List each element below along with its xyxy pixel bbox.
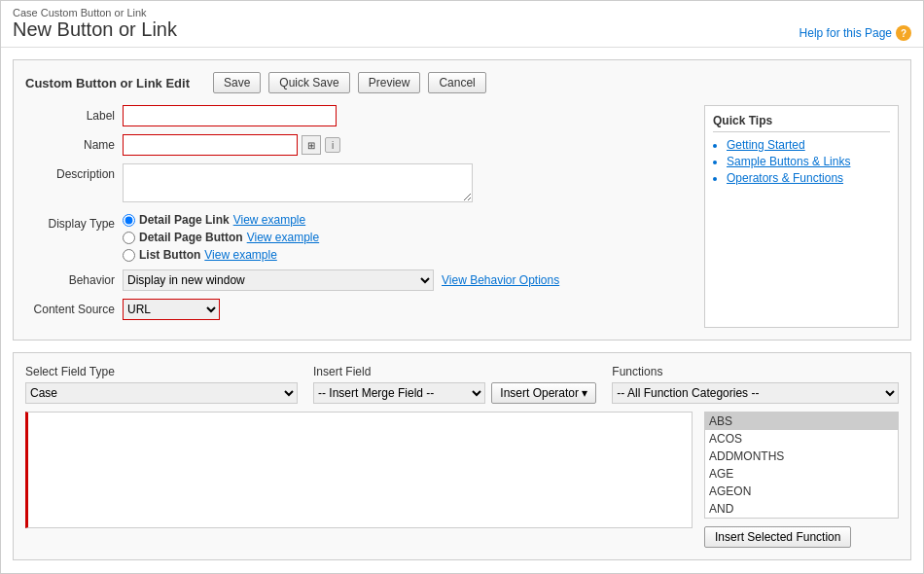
generate-name-icon[interactable]: ⊞	[302, 135, 321, 155]
getting-started-link[interactable]: Getting Started	[727, 138, 805, 152]
page-wrapper: Case Custom Button or Link New Button or…	[0, 0, 924, 574]
radio-detail-page-link: Detail Page Link View example	[123, 213, 689, 227]
bottom-main-area: ABS ACOS ADDMONTHS AGE AGEON AND Insert …	[25, 412, 899, 548]
behavior-select[interactable]: Display in new window Display in existin…	[123, 269, 434, 291]
radio-list-button-input[interactable]	[123, 249, 135, 262]
label-control	[123, 105, 689, 126]
view-behavior-options-link[interactable]: View Behavior Options	[442, 273, 559, 287]
operators-functions-link[interactable]: Operators & Functions	[727, 171, 843, 185]
breadcrumb: Case Custom Button or Link	[13, 7, 177, 18]
insert-selected-function-button[interactable]: Insert Selected Function	[704, 526, 851, 548]
behavior-control: Display in new window Display in existin…	[123, 269, 689, 291]
functions-list-item-addmonths[interactable]: ADDMONTHS	[705, 448, 898, 465]
insert-field-wrapper: -- Insert Merge Field -- Insert Operator…	[313, 382, 596, 404]
quick-tips-item-0: Getting Started	[727, 138, 890, 152]
quick-save-button[interactable]: Quick Save	[268, 72, 349, 93]
display-type-label: Display Type	[25, 213, 123, 231]
label-row: Label	[25, 105, 689, 126]
functions-list[interactable]: ABS ACOS ADDMONTHS AGE AGEON AND	[704, 412, 899, 519]
radio-detail-page-button-input[interactable]	[123, 232, 135, 244]
cancel-button[interactable]: Cancel	[428, 72, 485, 93]
quick-tips-item-2: Operators & Functions	[727, 171, 890, 185]
label-field-label: Label	[25, 105, 123, 123]
radio-detail-page-link-input[interactable]	[123, 214, 135, 227]
description-field-label: Description	[25, 163, 123, 181]
quick-tips-box: Quick Tips Getting Started Sample Button…	[704, 105, 899, 328]
field-type-select[interactable]: Case Case Owner Case Contact Case Accoun…	[25, 382, 298, 404]
name-control: ⊞ i	[123, 134, 689, 156]
quick-tips-title: Quick Tips	[713, 114, 890, 132]
main-content: Custom Button or Link Edit Save Quick Sa…	[1, 48, 923, 572]
bottom-section: Select Field Type Case Case Owner Case C…	[13, 352, 911, 560]
sample-buttons-link[interactable]: Sample Buttons & Links	[727, 155, 850, 168]
bottom-header: Select Field Type Case Case Owner Case C…	[25, 365, 899, 404]
form-panel: Custom Button or Link Edit Save Quick Sa…	[13, 59, 911, 341]
name-input[interactable]	[123, 134, 298, 156]
insert-field-select[interactable]: -- Insert Merge Field --	[313, 382, 485, 404]
select-field-type-label: Select Field Type	[25, 365, 298, 378]
info-icon[interactable]: i	[325, 137, 340, 153]
formula-textarea[interactable]	[25, 412, 693, 528]
name-row: Name ⊞ i	[25, 134, 689, 156]
panel-header: Custom Button or Link Edit Save Quick Sa…	[25, 72, 899, 93]
formula-area	[25, 412, 693, 548]
radio-list-button: List Button View example	[123, 248, 689, 262]
field-type-col: Select Field Type Case Case Owner Case C…	[25, 365, 298, 404]
page-header: Case Custom Button or Link New Button or…	[1, 1, 923, 48]
name-field-label: Name	[25, 134, 123, 152]
form-body: Label Name ⊞ i	[25, 105, 899, 328]
form-fields: Label Name ⊞ i	[25, 105, 689, 328]
save-button[interactable]: Save	[213, 72, 261, 93]
behavior-label: Behavior	[25, 269, 123, 287]
help-link-container[interactable]: Help for this Page ?	[800, 25, 911, 41]
behavior-row: Behavior Display in new window Display i…	[25, 269, 689, 291]
insert-field-col: Insert Field -- Insert Merge Field -- In…	[313, 365, 596, 404]
panel-title: Custom Button or Link Edit	[25, 76, 190, 90]
insert-operator-button[interactable]: Insert Operator ▾	[491, 382, 596, 404]
functions-list-item-and[interactable]: AND	[705, 500, 898, 518]
detail-page-link-example[interactable]: View example	[233, 213, 305, 227]
label-input[interactable]	[123, 105, 337, 126]
functions-list-item-age[interactable]: AGE	[705, 465, 898, 483]
behavior-row-inner: Display in new window Display in existin…	[123, 269, 689, 291]
functions-col: Functions -- All Function Categories -- …	[612, 365, 899, 404]
description-input[interactable]	[123, 163, 473, 202]
display-type-control: Detail Page Link View example Detail Pag…	[123, 213, 689, 262]
radio-list-button-label: List Button	[139, 248, 200, 262]
functions-list-item-ageon[interactable]: AGEON	[705, 483, 898, 500]
functions-list-item-abs[interactable]: ABS	[705, 413, 898, 430]
content-source-label: Content Source	[25, 299, 123, 316]
help-icon: ?	[896, 25, 911, 41]
insert-field-label: Insert Field	[313, 365, 596, 378]
radio-detail-page-button: Detail Page Button View example	[123, 231, 689, 244]
content-source-control: URL Visualforce Page S-Control	[123, 299, 689, 320]
name-input-wrapper: ⊞ i	[123, 134, 689, 156]
help-link[interactable]: Help for this Page	[800, 26, 892, 40]
quick-tips-item-1: Sample Buttons & Links	[727, 155, 890, 168]
description-row: Description	[25, 163, 689, 205]
display-type-radio-group: Detail Page Link View example Detail Pag…	[123, 213, 689, 262]
functions-category-select[interactable]: -- All Function Categories -- Text Funct…	[612, 382, 899, 404]
content-source-row: Content Source URL Visualforce Page S-Co…	[25, 299, 689, 320]
list-button-example[interactable]: View example	[204, 248, 276, 262]
detail-page-button-example[interactable]: View example	[247, 231, 319, 244]
description-control	[123, 163, 689, 205]
radio-detail-page-button-label: Detail Page Button	[139, 231, 243, 244]
preview-button[interactable]: Preview	[358, 72, 421, 93]
display-type-row: Display Type Detail Page Link View examp…	[25, 213, 689, 262]
radio-detail-page-link-label: Detail Page Link	[139, 213, 230, 227]
content-source-select[interactable]: URL Visualforce Page S-Control	[123, 299, 220, 320]
page-title: New Button or Link	[13, 18, 177, 41]
quick-tips-list: Getting Started Sample Buttons & Links O…	[713, 138, 890, 185]
insert-operator-chevron: ▾	[582, 386, 587, 400]
functions-label: Functions	[612, 365, 899, 378]
breadcrumb-area: Case Custom Button or Link New Button or…	[13, 7, 177, 41]
functions-area: ABS ACOS ADDMONTHS AGE AGEON AND Insert …	[704, 412, 899, 548]
functions-list-item-acos[interactable]: ACOS	[705, 430, 898, 448]
